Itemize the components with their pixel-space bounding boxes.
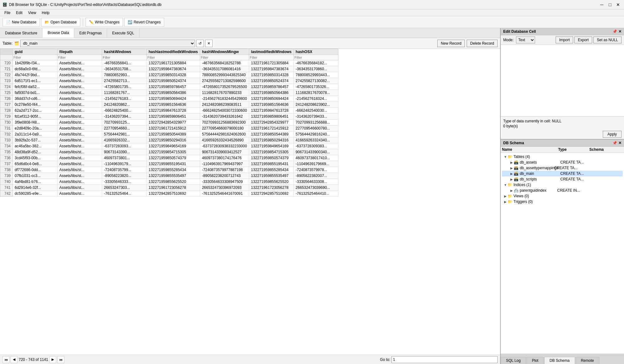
set-null-button[interactable]: Set as NULL [593,37,622,43]
cell-hashkwindows: 70270993125... [102,120,147,125]
tab-execute-sql[interactable]: Execute SQL [107,28,140,38]
refresh-table-button[interactable]: ↺ [196,40,204,47]
col-header-guid[interactable]: guid [13,49,57,55]
bottom-tab-db-schema[interactable]: DB Schema [544,357,575,364]
table-row[interactable]: 732 2a311c14-0a9... Assets/libs/st... 57… [0,131,338,137]
parentguidindex-toggle[interactable]: ▶ [509,189,514,192]
table-row[interactable]: 738 df772686-0dd... Assets/libs/st... -7… [0,167,338,173]
table-row[interactable]: 730 3f9e0808-f48... Assets/libs/st... 70… [0,120,338,125]
indices-toggle[interactable]: ▼ [503,183,508,187]
new-database-button[interactable]: 📄 New Database [2,18,40,27]
table-row[interactable]: 727 0c278e50-f44... Assets/libs/st... 24… [0,102,338,108]
table-row[interactable]: 726 36dd37cf-cd6... Assets/libs/st... -2… [0,96,338,102]
table-selector[interactable]: db_main [20,40,195,47]
schema-tree[interactable]: ▼ 📁 Tables (4) ▶ 🗃️ db_assets CREATE TA.… [501,153,624,353]
db-schema-pin-icon[interactable]: 📌 [612,141,617,145]
clear-table-button[interactable]: ✕ [205,40,213,47]
filter-hashkwindows[interactable] [103,56,146,59]
tree-index-parentguidindex[interactable]: ▶ 📇 parentguidindex CREATE IN... [502,188,623,193]
tree-table-db-assettypemappings[interactable]: ▶ 🗃️ db_assettypemappings CREATE TA... [502,165,623,171]
minimize-button[interactable]: ─ [598,1,605,8]
db-assets-toggle[interactable]: ▶ [509,161,514,164]
tables-toggle[interactable]: ▼ [503,155,508,159]
table-row[interactable]: 729 fd1ef312-905f... Assets/libs/st... -… [0,114,338,120]
col-header-hashosx[interactable]: hashOSX [294,49,338,55]
filter-guid[interactable] [13,56,57,59]
menu-view[interactable]: View [26,10,39,16]
col-header-hashwindowsmingw[interactable]: hashWindowsMingw [200,49,249,55]
first-page-button[interactable]: ⏮ [2,356,9,363]
goto-input[interactable] [391,356,498,363]
new-record-button[interactable]: New Record [437,40,465,47]
table-row[interactable]: 731 e2d8409c-20a... Assets/libs/st... 22… [0,125,338,131]
table-row[interactable]: 733 3b92fa2c-537... Assets/libs/st... 41… [0,137,338,143]
delete-record-button[interactable]: Delete Record [467,40,498,47]
table-row[interactable]: 734 ac46a5bc-382... Assets/libs/st... -6… [0,143,338,149]
table-row[interactable]: 725 faf9307d-bd1... Assets/libs/st... 11… [0,90,338,96]
tab-edit-pragmas[interactable]: Edit Pragmas [74,28,107,38]
write-changes-button[interactable]: ✏️ Write Changes [86,18,123,27]
tree-table-db-scripts[interactable]: ▶ 🗃️ db_scripts CREATE TA... [502,176,623,182]
close-button[interactable]: ✕ [615,1,622,8]
table-row[interactable]: 721 dc68a0c0-6fd... Assets/libs/st... -3… [0,66,338,72]
filter-filepath[interactable] [58,56,101,59]
filter-lastmodified[interactable] [250,56,293,59]
views-toggle[interactable]: ▶ [503,194,508,198]
maximize-button[interactable]: □ [607,1,613,8]
cell-hashlastmodified: 132271959850314328 [147,72,200,78]
bottom-tabs: SQL Log Plot DB Schema Remote [501,355,624,364]
tree-indices-group[interactable]: ▼ 📁 Indices (1) [502,182,623,188]
menu-help[interactable]: Help [39,10,52,16]
table-row[interactable]: 722 4fa7442f-9bd... Assets/libs/st... 78… [0,72,338,78]
col-header-lastmodified[interactable]: lastmodifiedkWindows [249,49,294,55]
menu-edit[interactable]: Edit [13,10,25,16]
col-header-filepath[interactable]: filepath [57,49,102,55]
prev-page-button[interactable]: ◀ [11,356,17,363]
edit-cell-close-icon[interactable]: ✕ [618,29,622,34]
table-row[interactable]: 735 48d38a9f-d52... Assets/libs/st... 90… [0,149,338,155]
table-row[interactable]: 736 3cd45f93-00b... Assets/libs/st... 46… [0,155,338,161]
import-button[interactable]: Import [556,37,573,43]
table-row[interactable]: 723 6d5171f1-ec1... Assets/libs/st... 27… [0,78,338,84]
tab-database-structure[interactable]: Database Structure [0,28,42,38]
db-assettypemappings-toggle[interactable]: ▶ [509,166,514,170]
tree-table-db-assets[interactable]: ▶ 🗃️ db_assets CREATE TA... [502,160,623,165]
mode-select[interactable]: Text Binary Image JSON [516,37,535,43]
tab-browse-data[interactable]: Browse Data [42,28,74,38]
table-row[interactable]: 739 07fb1031-cc3... Assets/libs/st... -8… [0,173,338,179]
edit-cell-pin-icon[interactable]: 📌 [612,29,617,34]
tree-table-db-main[interactable]: ▶ 🗃️ db_main CREATE TA... [502,171,623,176]
cell-guid: e2d8409c-20a... [13,125,57,131]
filter-hashwindowsmingw[interactable] [201,56,248,59]
data-table-container[interactable]: guid filepath hashkWindows hashlastmodif… [0,49,500,355]
table-row[interactable]: 740 4af4bd81-b76... Assets/libs/st... -3… [0,179,338,185]
filter-hashlastmodified[interactable] [147,56,199,59]
table-row[interactable]: 742 dc590285-e9e... Assets/libs/st... -7… [0,191,338,197]
apply-button[interactable]: Apply [603,131,622,138]
table-row[interactable]: 720 1b426f9b-f34... Assets/libs/st... -4… [0,60,338,66]
next-page-button[interactable]: ▶ [49,356,56,363]
triggers-toggle[interactable]: ▶ [503,200,508,204]
revert-changes-button[interactable]: ↩️ Revert Changes [124,18,164,27]
db-main-toggle[interactable]: ▶ [509,172,514,175]
tree-tables-group[interactable]: ▼ 📁 Tables (4) [502,154,623,160]
filter-hashosx[interactable] [294,56,337,59]
table-row[interactable]: 724 fefcf06f-da52... Assets/libs/st... -… [0,84,338,90]
db-schema-close-icon[interactable]: ✕ [618,141,622,145]
db-scripts-toggle[interactable]: ▶ [509,178,514,181]
table-row[interactable]: 737 65d6d0c4-0e8... Assets/libs/st... -1… [0,161,338,167]
cell-text-area[interactable] [501,45,624,117]
menu-file[interactable]: File [2,10,13,16]
bottom-tab-sql-log[interactable]: SQL Log [501,357,526,364]
bottom-tab-plot[interactable]: Plot [527,357,544,364]
col-header-hashkwindows[interactable]: hashkWindows [102,49,147,55]
open-database-button[interactable]: 📂 Open Database [41,18,80,27]
tree-triggers-group[interactable]: ▶ 📁 Triggers (0) [502,199,623,204]
bottom-tab-remote[interactable]: Remote [576,357,599,364]
export-button[interactable]: Export [574,37,592,43]
col-header-hashlastmodified[interactable]: hashlastmodifiedkWindows [147,49,200,55]
table-row[interactable]: 728 62a2d717-2cc... Assets/libs/st... -6… [0,108,338,114]
tree-views-group[interactable]: ▶ 📁 Views (0) [502,193,623,199]
table-row[interactable]: 741 6d2914e6-32f... Assets/libs/st... 26… [0,185,338,191]
last-page-button[interactable]: ⏭ [57,356,64,363]
